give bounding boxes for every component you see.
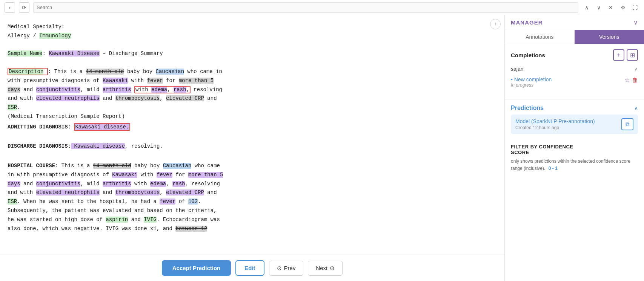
discharge-diagnosis: DISCHARGE DIAGNOSIS: Kawasaki disease, r… — [8, 142, 497, 151]
ivig-hl: IVIG — [144, 217, 157, 223]
specialty-line1: Medical Specialty: — [8, 23, 497, 32]
top-bar-right: ∧ ∨ ✕ ⚙ ⛶ — [582, 3, 639, 12]
edit-button[interactable]: Edit — [235, 260, 264, 276]
filter-desc-text: only shows predictions within the select… — [511, 159, 630, 171]
hosp-thrombo-hl: thrombocytosis — [115, 189, 160, 195]
next-button[interactable]: Next ⊙ — [308, 261, 343, 276]
admitting-diagnosis: ADMITTING DIAGNOSIS: Kawasaki disease. — [8, 123, 497, 132]
completion-status: In progress — [511, 82, 624, 88]
completion-label[interactable]: • New completion — [511, 76, 624, 82]
immunology-highlight: Immunology — [39, 33, 71, 39]
neut-hl: elevated neutrophils — [36, 95, 100, 101]
hosp-arthritis-hl: arthritis — [103, 181, 131, 187]
user-header[interactable]: sajan ∧ — [511, 64, 638, 73]
between-hl: between 12 — [175, 226, 207, 232]
user-name: sajan — [511, 66, 523, 72]
description-outline: Description — [8, 68, 48, 75]
sync-icon[interactable]: ⟳ — [19, 2, 29, 13]
delete-button[interactable]: 🗑 — [632, 77, 638, 84]
main-layout: ↑ Medical Specialty: Allergy / Immunolog… — [0, 15, 644, 281]
tab-versions[interactable]: Versions — [575, 30, 644, 44]
next-label: Next — [316, 265, 327, 271]
completion-info: • New completion In progress — [511, 76, 624, 88]
user-group: sajan ∧ • New completion In progress ☆ 🗑 — [511, 64, 638, 91]
top-bar: ‹ ⟳ ∧ ∨ ✕ ⚙ ⛶ — [0, 0, 644, 15]
hospital-course: HOSPITAL COURSE: This is a 14-month-old … — [8, 162, 497, 233]
sample-name-label-hl: Sample Name — [8, 50, 42, 57]
hosp-caucasian-hl: Caucasian — [163, 163, 192, 169]
edema-rash-outline: with edema, rash, — [134, 86, 191, 93]
age-hl: 14-month-old — [86, 69, 124, 75]
hosp-rash-hl: rash — [172, 181, 185, 187]
predictions-chevron-icon[interactable]: ∧ — [634, 105, 638, 111]
completion-item: • New completion In progress ☆ 🗑 — [511, 73, 638, 91]
hosp-age-hl: 14-month-old — [93, 163, 131, 169]
rash-hl: rash — [174, 87, 186, 93]
completions-actions: + ⊞ — [613, 49, 638, 61]
close-icon[interactable]: ✕ — [606, 3, 615, 12]
bottom-action-bar: Accept Prediction Edit ⊙ Prev Next ⊙ — [0, 255, 504, 281]
filter-range-value: 0 - 1 — [549, 166, 558, 171]
crp-hl: elevated CRP — [166, 95, 204, 101]
sidebar-manager-title: MANAGER — [511, 19, 543, 26]
completion-actions: ☆ 🗑 — [624, 76, 638, 84]
completions-title: Completions — [511, 52, 545, 58]
next-circle-icon: ⊙ — [330, 265, 335, 272]
hosp-kawasaki-hl: Kawasaki — [112, 172, 137, 178]
add-completion-button[interactable]: + — [613, 49, 624, 61]
arthritis-hl: arthritis — [103, 87, 131, 93]
completions-section: Completions + ⊞ sajan ∧ • New completion… — [505, 44, 644, 99]
prev-button[interactable]: ⊙ Prev — [269, 261, 304, 276]
star-button[interactable]: ☆ — [624, 76, 630, 84]
predictions-section: Predictions ∧ Model (SparkNLP Pre-annota… — [505, 99, 644, 139]
filter-title: FILTER BY CONFIDENCESCORE — [511, 144, 638, 155]
content-area[interactable]: ↑ Medical Specialty: Allergy / Immunolog… — [0, 15, 504, 281]
hosp-fever-hl: fever — [157, 172, 172, 178]
hosp-neut-hl: elevated neutrophils — [36, 189, 100, 195]
predictions-title: Predictions — [511, 105, 544, 111]
edema-hl: edema — [151, 87, 167, 93]
fullscreen-icon[interactable]: ⛶ — [630, 3, 639, 12]
sidebar-manager-header: MANAGER ∨ — [505, 15, 644, 30]
caucasian-hl: Caucasian — [156, 69, 184, 75]
kawasaki-discharge-hl: Kawasaki disease — [71, 143, 125, 149]
sidebar-tabs: Annotations Versions — [505, 30, 644, 44]
kawasaki-disease-admitting-hl: Kawasaki disease. — [75, 124, 129, 130]
hosp-fever2-hl: fever — [160, 199, 175, 205]
kawasaki-disease-hl: Kawasaki Disease — [49, 50, 99, 57]
sample-name-line: Sample NameSample Name: : Kawasaki Disea… — [8, 49, 497, 58]
conjunctivitis-hl: conjunctivitis — [36, 87, 81, 93]
hosp-crp-hl: elevated CRP — [166, 189, 204, 195]
hosp-conj-hl: conjunctivitis — [36, 181, 81, 187]
nav-up-icon[interactable]: ∧ — [582, 3, 591, 12]
accept-prediction-button[interactable]: Accept Prediction — [162, 260, 231, 276]
predictions-header: Predictions ∧ — [505, 99, 644, 115]
sidebar: MANAGER ∨ Annotations Versions Completio… — [504, 15, 644, 281]
completions-header: Completions + ⊞ — [511, 49, 638, 61]
prediction-copy-button[interactable]: ⧉ — [621, 118, 633, 130]
prediction-model-name[interactable]: Model (SparkNLP Pre-annotation) — [515, 118, 621, 124]
kawasaki-hl: Kawasaki — [103, 78, 128, 84]
tab-annotations[interactable]: Annotations — [505, 30, 575, 44]
manager-chevron[interactable]: ∨ — [633, 19, 638, 26]
back-button[interactable]: ‹ — [5, 2, 15, 13]
hosp-edema-hl: edema — [150, 181, 166, 187]
description-block: Description : This is a 14-month-old bab… — [8, 67, 497, 121]
fever-hl: fever — [147, 78, 163, 84]
grid-view-button[interactable]: ⊞ — [627, 49, 638, 61]
aspirin-hl: aspirin — [106, 217, 128, 223]
prediction-item: Model (SparkNLP Pre-annotation) Created … — [511, 115, 638, 134]
search-input[interactable] — [33, 2, 578, 13]
prediction-time: Created 12 hours ago — [515, 125, 621, 130]
nav-down-icon[interactable]: ∨ — [594, 3, 603, 12]
prev-circle-icon: ⊙ — [277, 265, 282, 272]
scroll-top-button[interactable]: ↑ — [490, 19, 501, 29]
user-chevron-icon: ∧ — [635, 66, 638, 72]
esr-hl: ESR — [8, 104, 17, 110]
filter-description: only shows predictions within the select… — [511, 157, 638, 172]
prev-label: Prev — [284, 265, 296, 271]
settings-icon[interactable]: ⚙ — [618, 3, 627, 12]
thrombo-hl: thrombocytosis — [115, 95, 160, 101]
admitting-outline: Kawasaki disease. — [74, 123, 130, 131]
prediction-info: Model (SparkNLP Pre-annotation) Created … — [515, 118, 621, 130]
